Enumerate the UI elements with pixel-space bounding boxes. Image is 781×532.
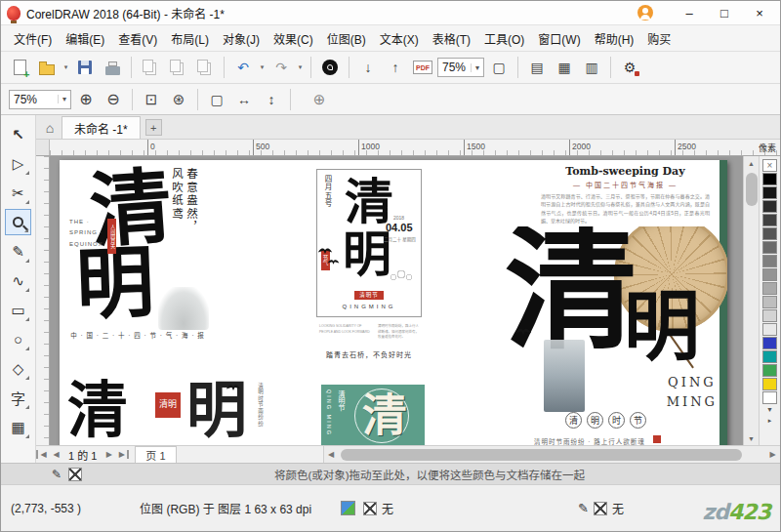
palette-swatch[interactable] xyxy=(762,227,777,240)
export-button[interactable]: ↑ xyxy=(383,55,408,80)
zoom-to-selected-button[interactable]: ⊡ xyxy=(139,87,164,112)
maximize-button[interactable]: □ xyxy=(710,2,739,24)
show-guidelines-button[interactable]: ▥ xyxy=(579,55,604,80)
show-grid-button[interactable]: ▦ xyxy=(552,55,577,80)
poster-qingming-5[interactable]: 清 清明 明 清明时节雨纷纷 xyxy=(62,379,268,445)
zoom-levels-dropdown-icon[interactable]: ▾ xyxy=(58,95,66,103)
publish-pdf-button[interactable]: PDF xyxy=(410,55,435,80)
palette-scroll-down[interactable]: ▼ xyxy=(766,404,773,415)
menu-table[interactable]: 表格(T) xyxy=(426,26,477,51)
palette-swatch[interactable] xyxy=(762,309,777,322)
open-button[interactable] xyxy=(34,55,60,80)
import-button[interactable]: ↓ xyxy=(355,55,381,80)
redo-dropdown[interactable]: ▾ xyxy=(296,63,305,71)
palette-swatch[interactable] xyxy=(762,350,777,363)
menu-edit[interactable]: 编辑(E) xyxy=(59,26,111,51)
no-color-well[interactable] xyxy=(68,468,82,481)
poster-qingming-3[interactable]: Tomb-sweeping Day — 中国二十四节气海报 — 清明节又称踏青节… xyxy=(531,162,719,225)
shape-tool[interactable]: ▷ xyxy=(5,150,31,177)
crop-tool[interactable]: ✂ xyxy=(5,180,31,206)
first-page-button[interactable]: ◀ xyxy=(36,450,49,459)
menu-effects[interactable]: 效果(C) xyxy=(267,26,320,51)
palette-swatch[interactable] xyxy=(762,214,777,226)
palette-swatch[interactable] xyxy=(762,296,777,308)
eyedropper-icon[interactable]: ✎ xyxy=(52,468,62,481)
horizontal-scroll-thumb[interactable] xyxy=(341,449,742,461)
undo-dropdown[interactable]: ▾ xyxy=(258,63,267,71)
palette-swatch[interactable] xyxy=(762,255,777,267)
poster-qingming-6[interactable]: QING MING 清明节 清 xyxy=(321,385,425,445)
zoom-to-page-height-button[interactable]: ↕ xyxy=(259,87,284,112)
menu-help[interactable]: 帮助(H) xyxy=(588,26,641,51)
print-button[interactable] xyxy=(100,55,125,80)
palette-swatch[interactable] xyxy=(762,173,777,185)
vertical-scrollbar[interactable]: ▲ ▼ xyxy=(743,156,759,445)
table-tool[interactable]: ▦ xyxy=(5,414,31,440)
options-button[interactable]: ⚙ xyxy=(617,55,642,80)
zoom-level-combobox[interactable]: 75% ▾ xyxy=(437,58,484,77)
zoom-levels-combobox[interactable]: 75% ▾ xyxy=(9,90,71,109)
palette-swatch[interactable] xyxy=(762,282,777,295)
zoom-out-button[interactable]: ⊖ xyxy=(101,87,126,112)
scroll-right-button[interactable]: ▶ xyxy=(765,450,780,459)
menu-file[interactable]: 文件(F) xyxy=(7,26,59,51)
search-content-button[interactable] xyxy=(317,55,343,80)
horizontal-scrollbar[interactable]: ◀ ▶ xyxy=(323,446,780,463)
palette-swatch[interactable] xyxy=(762,364,777,377)
page-tab[interactable]: 页 1 xyxy=(135,446,176,463)
palette-swatch[interactable] xyxy=(762,200,777,213)
redo-button[interactable]: ↷ xyxy=(268,55,294,80)
close-button[interactable]: × xyxy=(745,2,774,24)
artistic-media-tool[interactable]: ∿ xyxy=(5,267,31,294)
menu-object[interactable]: 对象(J) xyxy=(216,26,267,51)
new-document-button[interactable] xyxy=(7,55,32,80)
fill-indicator[interactable]: 无 xyxy=(363,500,393,516)
next-page-button[interactable]: ▶ xyxy=(102,450,116,459)
scroll-left-button[interactable]: ◀ xyxy=(324,450,339,459)
palette-swatch[interactable] xyxy=(762,337,777,349)
minimize-button[interactable]: – xyxy=(675,2,704,24)
zoom-level-dropdown-icon[interactable]: ▾ xyxy=(471,63,479,72)
outline-indicator[interactable]: ✎ 无 xyxy=(578,500,624,516)
menu-view[interactable]: 查看(V) xyxy=(111,26,164,51)
paste-button[interactable] xyxy=(192,55,218,80)
scroll-up-button[interactable]: ▲ xyxy=(744,156,759,170)
no-color-swatch[interactable]: × xyxy=(762,159,777,172)
palette-swatch[interactable] xyxy=(762,268,777,281)
zoom-to-page-width-button[interactable]: ↔ xyxy=(231,87,257,112)
menu-bitmaps[interactable]: 位图(B) xyxy=(320,26,373,51)
horizontal-scroll-track[interactable] xyxy=(339,449,765,461)
zoom-to-all-objects-button[interactable]: ⊛ xyxy=(166,87,191,112)
document-page[interactable]: 春意盎然， 风吹纸鸢 清 明 THE · SPRING · EQUINOX 人间… xyxy=(60,160,727,445)
add-preset-button[interactable]: ⊕ xyxy=(307,87,332,112)
freehand-tool[interactable]: ✎ xyxy=(5,238,31,265)
menu-buy[interactable]: 购买 xyxy=(640,26,678,51)
last-page-button[interactable]: ▶ xyxy=(116,450,129,459)
horizontal-ruler[interactable]: 0 500 1000 1500 2000 2500 像素 xyxy=(50,140,780,155)
palette-flyout[interactable]: ▸ xyxy=(768,415,772,426)
document-tab-active[interactable]: 未命名 -1* xyxy=(62,116,141,139)
menu-window[interactable]: 窗口(W) xyxy=(531,26,587,51)
polygon-tool[interactable]: ◇ xyxy=(5,355,31,382)
pick-tool[interactable]: ↖ xyxy=(5,121,31,147)
palette-swatch[interactable] xyxy=(762,186,777,199)
vertical-scroll-thumb[interactable] xyxy=(746,173,758,206)
drawing-canvas[interactable]: 春意盎然， 风吹纸鸢 清 明 THE · SPRING · EQUINOX 人间… xyxy=(50,156,743,445)
palette-swatch[interactable] xyxy=(762,378,777,390)
zoom-in-button[interactable]: ⊕ xyxy=(73,87,99,112)
poster-qingming-2[interactable]: 四月五号 清 明 节气 2018 04.05 二月二十 星期四 清明节 QING… xyxy=(313,166,425,383)
show-rulers-button[interactable]: ▤ xyxy=(524,55,550,80)
zoom-to-page-button[interactable]: ▢ xyxy=(204,87,229,112)
copy-button[interactable] xyxy=(165,55,190,80)
palette-swatch[interactable] xyxy=(762,241,777,254)
ellipse-tool[interactable]: ○ xyxy=(5,326,31,352)
poster-qingming-1[interactable]: 春意盎然， 风吹纸鸢 清 明 THE · SPRING · EQUINOX 人间… xyxy=(64,162,211,377)
menu-tools[interactable]: 工具(O) xyxy=(477,26,531,51)
poster-qingming-4[interactable]: 清 明 QING MING 清 明 时 xyxy=(505,226,727,445)
vertical-ruler[interactable] xyxy=(36,156,50,445)
new-tab-button[interactable]: + xyxy=(145,119,162,136)
text-tool[interactable]: 字 xyxy=(5,385,31,411)
menu-layout[interactable]: 布局(L) xyxy=(164,26,216,51)
open-dropdown[interactable]: ▾ xyxy=(62,63,70,71)
undo-button[interactable]: ↶ xyxy=(230,55,256,80)
